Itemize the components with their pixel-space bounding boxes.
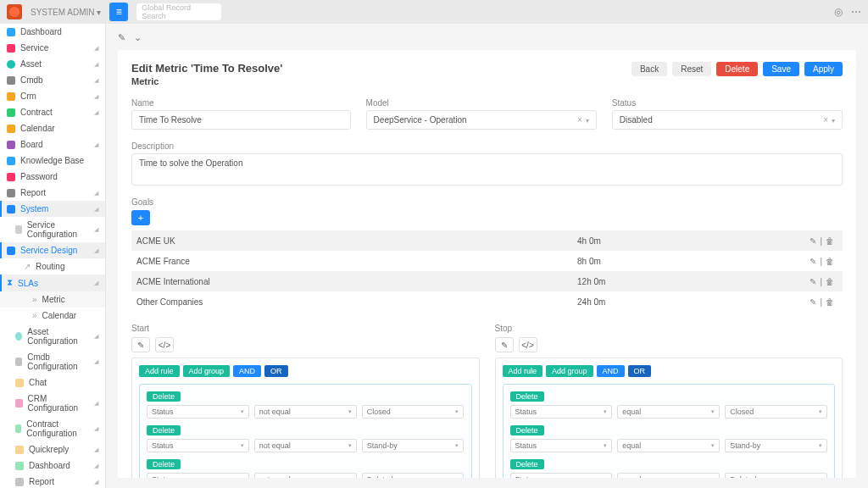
value-select[interactable]: Deleted▾ <box>362 473 465 478</box>
table-row: ACME France8h 0m✎|🗑 <box>131 251 843 271</box>
save-button[interactable]: Save <box>763 62 799 76</box>
code-icon[interactable]: </> <box>155 337 174 352</box>
delete-rule-chip[interactable]: Delete <box>147 459 181 469</box>
edit-goal-icon[interactable]: ✎ <box>810 257 816 266</box>
global-search-input[interactable]: Global Record Search <box>136 3 221 20</box>
sidebar-item-report[interactable]: Report◢ <box>0 185 105 201</box>
add-rule-chip[interactable]: Add rule <box>503 365 543 377</box>
edit-goal-icon[interactable]: ✎ <box>810 236 816 246</box>
operator-select[interactable]: equal▾ <box>617 473 720 478</box>
condition-rule: DeleteStatus▾equal▾Deleted▾ <box>510 459 828 478</box>
goals-table: ACME UK4h 0m✎|🗑 ACME France8h 0m✎|🗑 ACME… <box>131 230 843 312</box>
value-select[interactable]: Closed▾ <box>362 405 465 419</box>
desc-label: Description <box>131 141 843 151</box>
sidebar-item-crm[interactable]: Crm◢ <box>0 88 105 104</box>
field-select[interactable]: Status▾ <box>510 473 613 478</box>
sidebar-item-quickreply[interactable]: Quickreply◢ <box>0 441 105 458</box>
hamburger-button[interactable]: ≡ <box>109 3 128 21</box>
sidebar-item-report2[interactable]: Report◢ <box>0 474 105 488</box>
status-select[interactable]: Disabled×▾ <box>612 110 843 130</box>
sidebar-item-dashboard2[interactable]: Dashboard◢ <box>0 458 105 474</box>
add-group-chip[interactable]: Add group <box>546 365 593 377</box>
and-chip[interactable]: AND <box>233 365 261 377</box>
sidebar-item-kb[interactable]: Knowledge Base <box>0 152 105 169</box>
eraser-icon[interactable]: ✎ <box>131 337 150 352</box>
sidebar-item-asset[interactable]: Asset◢ <box>0 56 105 72</box>
delete-rule-chip[interactable]: Delete <box>510 425 544 435</box>
value-select[interactable]: Closed▾ <box>725 405 827 419</box>
operator-select[interactable]: not equal▾ <box>254 405 357 419</box>
field-select[interactable]: Status▾ <box>147 473 249 478</box>
field-select[interactable]: Status▾ <box>147 405 249 419</box>
edit-goal-icon[interactable]: ✎ <box>810 297 816 307</box>
table-row: ACME UK4h 0m✎|🗑 <box>131 230 843 251</box>
sidebar-item-board[interactable]: Board◢ <box>0 136 105 152</box>
field-select[interactable]: Status▾ <box>147 439 249 452</box>
sidebar-item-password[interactable]: Password <box>0 169 105 185</box>
chevron-down-icon[interactable]: ⌄ <box>134 32 142 43</box>
add-goal-button[interactable]: + <box>131 210 150 225</box>
model-select[interactable]: DeepService - Operation×▾ <box>366 110 597 130</box>
value-select[interactable]: Stand-by▾ <box>362 439 465 452</box>
page-subtitle: Metric <box>131 76 282 86</box>
sidebar-item-crm-config[interactable]: CRM Configuration◢ <box>0 391 105 416</box>
edit-icon[interactable]: ✎ <box>118 32 125 43</box>
sidebar-item-contract-config[interactable]: Contract Configuration◢ <box>0 416 105 441</box>
page-title: Edit Metric 'Time To Resolve' <box>131 62 282 75</box>
sidebar-item-calendar[interactable]: Calendar <box>0 120 105 136</box>
delete-goal-icon[interactable]: 🗑 <box>826 236 834 246</box>
operator-select[interactable]: equal▾ <box>617 439 720 452</box>
name-input[interactable]: Time To Resolve <box>131 110 351 130</box>
edit-goal-icon[interactable]: ✎ <box>810 277 816 286</box>
sidebar-item-cmdb-config[interactable]: Cmdb Configuration◢ <box>0 349 105 374</box>
or-chip[interactable]: OR <box>264 365 288 377</box>
sidebar-item-calendar2[interactable]: »Calendar <box>0 308 105 324</box>
delete-goal-icon[interactable]: 🗑 <box>826 277 834 286</box>
delete-button[interactable]: Delete <box>716 62 758 76</box>
sidebar-item-contract[interactable]: Contract◢ <box>0 104 105 120</box>
code-icon[interactable]: </> <box>519 337 537 352</box>
condition-rule: DeleteStatus▾not equal▾Closed▾ <box>147 391 465 419</box>
add-group-chip[interactable]: Add group <box>183 365 231 377</box>
sidebar-item-service-design[interactable]: Service Design◢ <box>0 242 105 258</box>
sidebar-item-routing[interactable]: ↗Routing <box>0 258 105 274</box>
and-chip[interactable]: AND <box>597 365 625 377</box>
table-row: Other Companies24h 0m✎|🗑 <box>131 291 843 312</box>
sidebar-item-metric[interactable]: »Metric <box>0 291 105 308</box>
add-rule-chip[interactable]: Add rule <box>139 365 180 377</box>
or-chip[interactable]: OR <box>628 365 652 377</box>
delete-goal-icon[interactable]: 🗑 <box>826 297 834 307</box>
delete-rule-chip[interactable]: Delete <box>510 391 544 402</box>
eraser-icon[interactable]: ✎ <box>495 337 514 352</box>
operator-select[interactable]: equal▾ <box>617 405 720 419</box>
desc-textarea[interactable]: Time to solve the Operation <box>131 153 843 186</box>
sidebar-item-dashboard[interactable]: Dashboard <box>0 24 105 40</box>
field-select[interactable]: Status▾ <box>510 439 613 452</box>
sidebar-item-slas[interactable]: ⧗SLAs◢ <box>0 274 105 291</box>
condition-rule: DeleteStatus▾equal▾Stand-by▾ <box>510 425 828 452</box>
field-select[interactable]: Status▾ <box>510 405 613 419</box>
sidebar-item-asset-config[interactable]: Asset Configuration◢ <box>0 324 105 349</box>
help-icon[interactable]: ◎ <box>834 6 843 18</box>
sidebar-item-chat[interactable]: Chat <box>0 374 105 391</box>
delete-rule-chip[interactable]: Delete <box>147 425 181 435</box>
stop-conditions: Stop ✎</> Add rule Add group AND OR Dele… <box>495 324 843 478</box>
back-button[interactable]: Back <box>632 62 667 76</box>
reset-button[interactable]: Reset <box>672 62 711 76</box>
stop-label: Stop <box>495 324 843 333</box>
kebab-icon[interactable]: ⋯ <box>851 6 861 18</box>
delete-rule-chip[interactable]: Delete <box>510 459 544 469</box>
user-menu[interactable]: SYSTEM ADMIN ▾ <box>31 8 101 17</box>
operator-select[interactable]: not equal▾ <box>254 473 357 478</box>
operator-select[interactable]: not equal▾ <box>254 439 357 452</box>
sidebar-item-service[interactable]: Service◢ <box>0 40 105 56</box>
value-select[interactable]: Deleted▾ <box>725 473 827 478</box>
sidebar-item-cmdb[interactable]: Cmdb◢ <box>0 72 105 88</box>
apply-button[interactable]: Apply <box>804 62 843 76</box>
delete-rule-chip[interactable]: Delete <box>147 391 181 402</box>
delete-goal-icon[interactable]: 🗑 <box>826 257 834 266</box>
sidebar-item-service-config[interactable]: Service Configuration◢ <box>0 217 105 242</box>
value-select[interactable]: Stand-by▾ <box>725 439 827 452</box>
condition-rule: DeleteStatus▾not equal▾Stand-by▾ <box>147 425 465 452</box>
sidebar-item-system[interactable]: System◢ <box>0 201 105 217</box>
